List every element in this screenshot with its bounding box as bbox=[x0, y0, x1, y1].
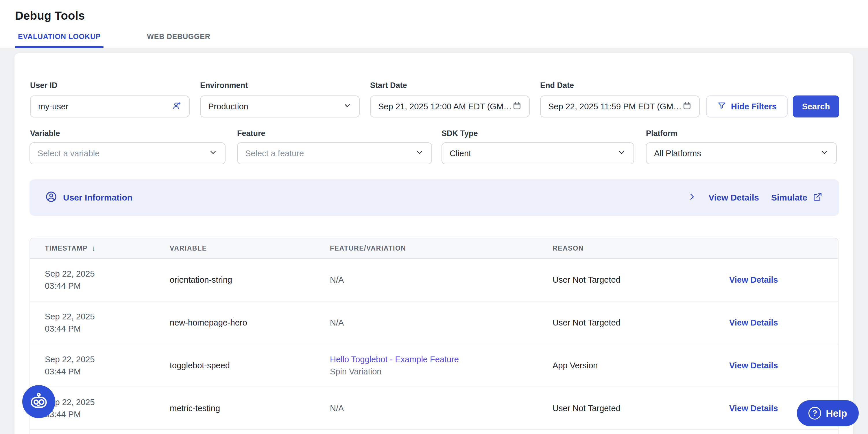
banner-view-details-link[interactable]: View Details bbox=[708, 193, 759, 203]
sdk-type-label: SDK Type bbox=[441, 129, 478, 138]
user-circle-icon bbox=[45, 191, 57, 205]
sdk-type-value: Client bbox=[450, 149, 617, 158]
chevron-down-icon bbox=[617, 148, 626, 159]
page-title: Debug Tools bbox=[15, 9, 85, 22]
calendar-icon[interactable] bbox=[513, 101, 522, 112]
platform-select[interactable]: All Platforms bbox=[646, 142, 837, 164]
column-label: VARIABLE bbox=[170, 244, 207, 252]
platform-value: All Platforms bbox=[654, 149, 820, 158]
top-header: Debug Tools EVALUATION LOOKUP WEB DEBUGG… bbox=[0, 0, 868, 48]
user-id-input[interactable]: my-user bbox=[30, 95, 190, 117]
row-view-details-link[interactable]: View Details bbox=[729, 275, 778, 285]
variation-label: Spin Variation bbox=[330, 367, 381, 376]
feature-variation-cell: Hello Togglebot - Example Feature Spin V… bbox=[330, 353, 459, 378]
chevron-down-icon bbox=[415, 148, 424, 159]
calendar-icon[interactable] bbox=[682, 101, 692, 112]
variable-label: Variable bbox=[30, 129, 60, 138]
variable-cell: orientation-string bbox=[170, 275, 232, 285]
feature-cell: N/A bbox=[330, 275, 344, 285]
column-label: TIMESTAMP bbox=[45, 244, 88, 252]
chevron-down-icon bbox=[209, 148, 217, 159]
chevron-down-icon bbox=[820, 148, 829, 159]
assistant-robot-button[interactable] bbox=[22, 385, 55, 418]
table-row: Sep 22, 202503:44 PM metric-testing N/A … bbox=[30, 387, 838, 430]
end-date-input[interactable]: Sep 22, 2025 11:59 PM EDT (GM… bbox=[540, 95, 700, 117]
row-view-details-link[interactable]: View Details bbox=[729, 404, 778, 413]
filter-funnel-icon bbox=[717, 101, 726, 112]
start-date-input[interactable]: Sep 21, 2025 12:00 AM EDT (GM… bbox=[370, 95, 530, 117]
person-add-icon[interactable] bbox=[172, 101, 182, 113]
banner-title: User Information bbox=[63, 193, 132, 203]
search-button-label: Search bbox=[802, 102, 830, 111]
chevron-right-icon bbox=[688, 193, 696, 203]
reason-cell: User Not Targeted bbox=[553, 318, 620, 327]
simulate-label: Simulate bbox=[771, 193, 807, 203]
environment-label: Environment bbox=[200, 81, 248, 90]
variable-cell: new-homepage-hero bbox=[170, 318, 247, 327]
feature-link[interactable]: Hello Togglebot - Example Feature bbox=[330, 355, 459, 364]
variable-cell: metric-testing bbox=[170, 404, 220, 413]
platform-label: Platform bbox=[646, 129, 678, 138]
end-date-label: End Date bbox=[540, 81, 574, 90]
external-link-icon bbox=[812, 192, 822, 204]
end-date-value: Sep 22, 2025 11:59 PM EDT (GM… bbox=[548, 102, 682, 111]
hide-filters-label: Hide Filters bbox=[731, 102, 777, 111]
variable-cell: togglebot-speed bbox=[170, 361, 230, 370]
feature-cell: N/A bbox=[330, 404, 344, 413]
table-row: Sep 22, 202503:44 PM togglebot-speed Hel… bbox=[30, 344, 838, 387]
help-label: Help bbox=[826, 408, 847, 419]
tab-bar: EVALUATION LOOKUP WEB DEBUGGER bbox=[15, 32, 213, 48]
banner-view-details-label: View Details bbox=[708, 193, 759, 203]
feature-label: Feature bbox=[237, 129, 266, 138]
reason-cell: App Version bbox=[553, 361, 598, 370]
start-date-label: Start Date bbox=[370, 81, 407, 90]
variable-select[interactable]: Select a variable bbox=[30, 142, 225, 164]
column-label: REASON bbox=[553, 244, 584, 252]
column-header-timestamp[interactable]: TIMESTAMP ↓ bbox=[45, 238, 166, 258]
tab-web-debugger[interactable]: WEB DEBUGGER bbox=[144, 32, 213, 48]
reason-cell: User Not Targeted bbox=[553, 404, 620, 413]
column-label: FEATURE/VARIATION bbox=[330, 244, 406, 252]
sort-down-icon: ↓ bbox=[92, 244, 95, 253]
timestamp-cell: Sep 22, 202503:44 PM bbox=[45, 353, 95, 378]
row-view-details-link[interactable]: View Details bbox=[729, 318, 778, 327]
tab-label: WEB DEBUGGER bbox=[147, 32, 210, 40]
feature-select[interactable]: Select a feature bbox=[237, 142, 432, 164]
sdk-type-select[interactable]: Client bbox=[441, 142, 634, 164]
reason-cell: User Not Targeted bbox=[553, 275, 620, 285]
content-card: User ID Environment Start Date End Date … bbox=[14, 53, 853, 434]
robot-icon bbox=[28, 390, 49, 413]
start-date-value: Sep 21, 2025 12:00 AM EDT (GM… bbox=[378, 102, 513, 111]
user-information-banner: User Information View Details Simulate bbox=[30, 179, 839, 216]
chevron-down-icon bbox=[343, 101, 351, 112]
help-button[interactable]: ? Help bbox=[797, 400, 859, 426]
banner-expand-chevron[interactable] bbox=[688, 193, 696, 203]
tab-evaluation-lookup[interactable]: EVALUATION LOOKUP bbox=[15, 32, 103, 48]
user-id-value: my-user bbox=[38, 102, 172, 111]
user-id-label: User ID bbox=[30, 81, 58, 90]
feature-cell: N/A bbox=[330, 318, 344, 327]
evaluations-table: TIMESTAMP ↓ VARIABLE FEATURE/VARIATION R… bbox=[30, 238, 838, 434]
table-row: Sep 22, 202503:44 PM orientation-string … bbox=[30, 259, 838, 301]
question-circle-icon: ? bbox=[808, 407, 821, 419]
search-button[interactable]: Search bbox=[793, 95, 839, 117]
timestamp-cell: Sep 22, 202503:44 PM bbox=[45, 268, 95, 292]
tab-label: EVALUATION LOOKUP bbox=[18, 32, 101, 40]
environment-value: Production bbox=[208, 102, 343, 111]
simulate-link[interactable]: Simulate bbox=[771, 192, 822, 204]
user-information-toggle[interactable]: User Information bbox=[45, 191, 132, 205]
row-view-details-link[interactable]: View Details bbox=[729, 361, 778, 370]
column-header-reason[interactable]: REASON bbox=[553, 238, 726, 258]
variable-placeholder: Select a variable bbox=[38, 149, 209, 158]
hide-filters-button[interactable]: Hide Filters bbox=[706, 95, 787, 117]
table-header-row: TIMESTAMP ↓ VARIABLE FEATURE/VARIATION R… bbox=[30, 238, 838, 259]
feature-placeholder: Select a feature bbox=[245, 149, 415, 158]
table-row: Sep 22, 202503:44 PM new-homepage-hero N… bbox=[30, 301, 838, 344]
timestamp-cell: Sep 22, 202503:44 PM bbox=[45, 311, 95, 335]
column-header-feature-variation[interactable]: FEATURE/VARIATION bbox=[330, 238, 550, 258]
environment-select[interactable]: Production bbox=[200, 95, 360, 117]
column-header-variable[interactable]: VARIABLE bbox=[170, 238, 326, 258]
